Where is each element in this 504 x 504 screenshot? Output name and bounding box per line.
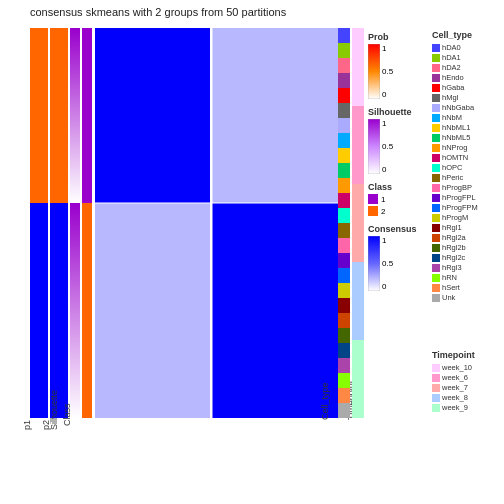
svg-rect-47 xyxy=(352,184,364,262)
ct-item-hDA0: hDA0 xyxy=(432,43,504,52)
class1-swatch xyxy=(368,194,378,204)
ct-item-hNbM: hNbM xyxy=(432,113,504,122)
ct-item-hPeric: hPeric xyxy=(432,173,504,182)
ct-label-hDA0: hDA0 xyxy=(442,43,461,52)
ct-swatch-hRN xyxy=(432,274,440,282)
cons-max: 1 xyxy=(382,236,393,245)
ct-label-hProgFPM: hProgFPM xyxy=(442,203,478,212)
svg-rect-23 xyxy=(338,88,350,103)
prob-min: 0 xyxy=(382,90,393,99)
ct-item-hEndo: hEndo xyxy=(432,73,504,82)
ct-label-hMgl: hMgl xyxy=(442,93,458,102)
ct-item-hOPC: hOPC xyxy=(432,163,504,172)
row-label-class: Class xyxy=(62,403,72,426)
timepoint-strip xyxy=(352,28,364,418)
svg-rect-15 xyxy=(95,203,210,418)
svg-rect-43 xyxy=(338,388,350,403)
sil-max: 1 xyxy=(382,119,393,128)
ct-label-hRgl2b: hRgl2b xyxy=(442,243,466,252)
ct-label-hNProg: hNProg xyxy=(442,143,467,152)
ct-swatch-hDA2 xyxy=(432,64,440,72)
tp-label-week9: week_9 xyxy=(442,403,468,412)
prob-legend-title: Prob xyxy=(368,32,426,42)
ct-label-hNbGaba: hNbGaba xyxy=(442,103,474,112)
prob-colorbar xyxy=(368,44,380,99)
consensus-legend: Consensus 1 0.5 0 xyxy=(368,224,426,291)
svg-rect-28 xyxy=(338,163,350,178)
sil-min: 0 xyxy=(382,165,393,174)
svg-rect-34 xyxy=(338,253,350,268)
tp-swatch-week6 xyxy=(432,374,440,382)
tp-item-week6: week_6 xyxy=(432,373,504,382)
ct-swatch-hPeric xyxy=(432,174,440,182)
svg-rect-52 xyxy=(368,236,380,291)
ct-label-hNbML5: hNbML5 xyxy=(442,133,470,142)
ct-label-hOPC: hOPC xyxy=(442,163,462,172)
svg-rect-7 xyxy=(82,28,92,203)
class2-label: 2 xyxy=(381,207,385,216)
svg-rect-13 xyxy=(95,28,210,203)
svg-rect-41 xyxy=(338,358,350,373)
ct-swatch-hOMTN xyxy=(432,154,440,162)
ct-label-hPeric: hPeric xyxy=(442,173,463,182)
ct-swatch-Unk xyxy=(432,294,440,302)
ct-label-hSert: hSert xyxy=(442,283,460,292)
svg-rect-33 xyxy=(338,238,350,253)
ct-item-hProgM: hProgM xyxy=(432,213,504,222)
ct-label-hGaba: hGaba xyxy=(442,83,465,92)
tp-item-week10: week_10 xyxy=(432,363,504,372)
tp-item-week8: week_8 xyxy=(432,393,504,402)
svg-rect-24 xyxy=(338,103,350,118)
ct-swatch-hDA1 xyxy=(432,54,440,62)
svg-rect-50 xyxy=(368,44,380,99)
tp-swatch-week7 xyxy=(432,384,440,392)
svg-rect-19 xyxy=(338,28,350,43)
svg-rect-42 xyxy=(338,373,350,388)
svg-rect-22 xyxy=(338,73,350,88)
ct-item-hNbGaba: hNbGaba xyxy=(432,103,504,112)
svg-rect-36 xyxy=(338,283,350,298)
svg-rect-45 xyxy=(352,28,364,106)
svg-rect-27 xyxy=(338,148,350,163)
tp-swatch-week8 xyxy=(432,394,440,402)
ct-item-hDA1: hDA1 xyxy=(432,53,504,62)
ct-label-Unk: Unk xyxy=(442,293,455,302)
legend-area: Prob 1 0.5 0 xyxy=(368,32,426,301)
ct-label-hRgl3: hRgl3 xyxy=(442,263,462,272)
chart-title: consensus skmeans with 2 groups from 50 … xyxy=(30,6,286,18)
svg-rect-6 xyxy=(70,203,80,418)
tp-label-week6: week_6 xyxy=(442,373,468,382)
ct-item-hNbML5: hNbML5 xyxy=(432,133,504,142)
svg-rect-35 xyxy=(338,268,350,283)
ct-swatch-hProgFPM xyxy=(432,204,440,212)
ct-swatch-hMgl xyxy=(432,94,440,102)
ct-item-hRN: hRN xyxy=(432,273,504,282)
class2-swatch xyxy=(368,206,378,216)
ct-swatch-hProgFPL xyxy=(432,194,440,202)
svg-rect-1 xyxy=(30,28,48,203)
ct-label-hNbM: hNbM xyxy=(442,113,462,122)
ct-item-hRgl1: hRgl1 xyxy=(432,223,504,232)
ct-label-hRN: hRN xyxy=(442,273,457,282)
ct-item-hRgl2a: hRgl2a xyxy=(432,233,504,242)
svg-rect-26 xyxy=(338,133,350,148)
col-label-celltype: Cell_type xyxy=(320,382,330,420)
svg-rect-46 xyxy=(352,106,364,184)
tp-swatch-week10 xyxy=(432,364,440,372)
ct-item-hOMTN: hOMTN xyxy=(432,153,504,162)
ct-swatch-hRgl2b xyxy=(432,244,440,252)
ct-item-hDA2: hDA2 xyxy=(432,63,504,72)
svg-rect-32 xyxy=(338,223,350,238)
ct-item-hProgBP: hProgBP xyxy=(432,183,504,192)
svg-rect-51 xyxy=(368,119,380,174)
ct-item-hProgFPL: hProgFPL xyxy=(432,193,504,202)
heatmap xyxy=(30,28,340,418)
svg-rect-44 xyxy=(338,403,350,418)
svg-rect-49 xyxy=(352,340,364,418)
tp-label-week7: week_7 xyxy=(442,383,468,392)
ct-swatch-hNbM xyxy=(432,114,440,122)
prob-mid: 0.5 xyxy=(382,67,393,76)
ct-label-hDA1: hDA1 xyxy=(442,53,461,62)
celltype-strip xyxy=(338,28,350,418)
svg-rect-31 xyxy=(338,208,350,223)
